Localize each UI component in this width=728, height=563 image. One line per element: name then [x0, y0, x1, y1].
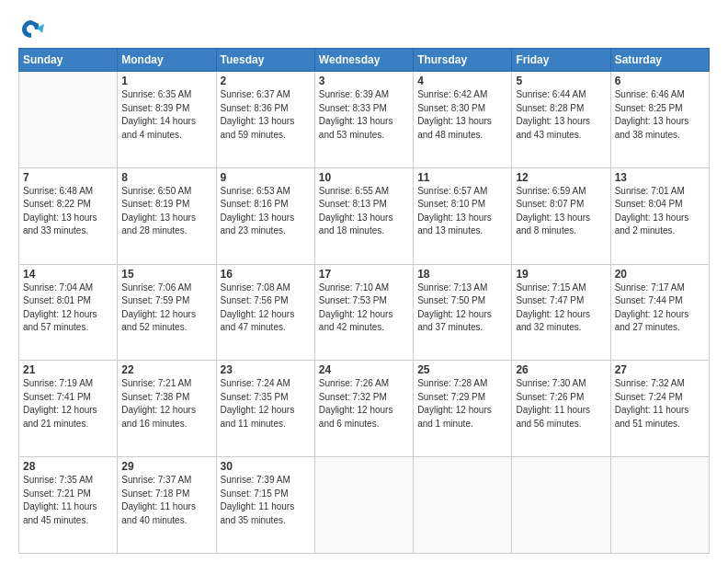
day-info: Sunrise: 7:06 AMSunset: 7:59 PMDaylight:… — [121, 282, 211, 335]
day-info: Sunrise: 6:35 AMSunset: 8:39 PMDaylight:… — [121, 88, 211, 142]
logo — [18, 17, 48, 42]
calendar-cell: 14Sunrise: 7:04 AMSunset: 8:01 PMDayligh… — [19, 264, 118, 361]
day-info: Sunrise: 6:55 AMSunset: 8:13 PMDaylight:… — [319, 185, 409, 238]
calendar-cell: 6Sunrise: 6:46 AMSunset: 8:25 PMDaylight… — [610, 72, 709, 168]
week-row-2: 7Sunrise: 6:48 AMSunset: 8:22 PMDaylight… — [19, 167, 710, 264]
calendar-cell: 20Sunrise: 7:17 AMSunset: 7:44 PMDayligh… — [610, 264, 709, 361]
day-number: 28 — [23, 460, 113, 473]
calendar-cell: 1Sunrise: 6:35 AMSunset: 8:39 PMDaylight… — [118, 72, 216, 168]
calendar-cell: 18Sunrise: 7:13 AMSunset: 7:50 PMDayligh… — [414, 264, 512, 361]
day-info: Sunrise: 6:37 AMSunset: 8:36 PMDaylight:… — [221, 88, 311, 142]
calendar-cell: 3Sunrise: 6:39 AMSunset: 8:33 PMDaylight… — [314, 72, 413, 168]
calendar-cell: 29Sunrise: 7:37 AMSunset: 7:18 PMDayligh… — [118, 457, 216, 554]
calendar-cell: 9Sunrise: 6:53 AMSunset: 8:16 PMDaylight… — [216, 167, 314, 264]
calendar-cell: 15Sunrise: 7:06 AMSunset: 7:59 PMDayligh… — [118, 264, 216, 361]
day-info: Sunrise: 7:10 AMSunset: 7:53 PMDaylight:… — [319, 282, 409, 335]
day-number: 22 — [121, 363, 211, 376]
calendar-cell: 25Sunrise: 7:28 AMSunset: 7:29 PMDayligh… — [414, 361, 512, 457]
calendar-cell: 10Sunrise: 6:55 AMSunset: 8:13 PMDayligh… — [314, 167, 413, 264]
day-number: 12 — [516, 171, 606, 184]
day-info: Sunrise: 6:53 AMSunset: 8:16 PMDaylight:… — [221, 185, 311, 238]
week-row-5: 28Sunrise: 7:35 AMSunset: 7:21 PMDayligh… — [19, 457, 710, 554]
weekday-header-row: SundayMondayTuesdayWednesdayThursdayFrid… — [19, 49, 710, 72]
calendar-cell: 19Sunrise: 7:15 AMSunset: 7:47 PMDayligh… — [512, 264, 610, 361]
weekday-header-thursday: Thursday — [414, 49, 512, 72]
calendar-cell: 16Sunrise: 7:08 AMSunset: 7:56 PMDayligh… — [216, 264, 314, 361]
day-info: Sunrise: 7:17 AMSunset: 7:44 PMDaylight:… — [615, 282, 705, 335]
calendar-cell: 30Sunrise: 7:39 AMSunset: 7:15 PMDayligh… — [216, 457, 314, 554]
day-number: 7 — [23, 171, 113, 184]
day-number: 15 — [121, 268, 211, 281]
day-info: Sunrise: 7:04 AMSunset: 8:01 PMDaylight:… — [23, 282, 113, 335]
week-row-4: 21Sunrise: 7:19 AMSunset: 7:41 PMDayligh… — [19, 361, 710, 457]
day-number: 14 — [23, 268, 113, 281]
day-info: Sunrise: 7:15 AMSunset: 7:47 PMDaylight:… — [516, 282, 606, 335]
day-info: Sunrise: 6:46 AMSunset: 8:25 PMDaylight:… — [615, 88, 705, 142]
calendar-cell: 26Sunrise: 7:30 AMSunset: 7:26 PMDayligh… — [512, 361, 610, 457]
calendar-cell: 21Sunrise: 7:19 AMSunset: 7:41 PMDayligh… — [19, 361, 118, 457]
day-number: 3 — [319, 75, 409, 87]
header — [18, 17, 710, 42]
day-number: 19 — [516, 268, 606, 281]
calendar-cell — [610, 457, 709, 554]
day-info: Sunrise: 7:24 AMSunset: 7:35 PMDaylight:… — [221, 377, 311, 431]
calendar-cell: 23Sunrise: 7:24 AMSunset: 7:35 PMDayligh… — [216, 361, 314, 457]
day-number: 24 — [319, 363, 409, 376]
day-info: Sunrise: 7:26 AMSunset: 7:32 PMDaylight:… — [319, 377, 409, 431]
day-info: Sunrise: 6:50 AMSunset: 8:19 PMDaylight:… — [121, 185, 211, 238]
day-info: Sunrise: 6:39 AMSunset: 8:33 PMDaylight:… — [319, 88, 409, 142]
weekday-header-wednesday: Wednesday — [314, 49, 413, 72]
week-row-1: 1Sunrise: 6:35 AMSunset: 8:39 PMDaylight… — [19, 72, 710, 168]
calendar-cell — [512, 457, 610, 554]
week-row-3: 14Sunrise: 7:04 AMSunset: 8:01 PMDayligh… — [19, 264, 710, 361]
day-number: 1 — [121, 75, 211, 87]
day-info: Sunrise: 6:44 AMSunset: 8:28 PMDaylight:… — [516, 88, 606, 142]
day-number: 11 — [417, 171, 507, 184]
day-info: Sunrise: 7:30 AMSunset: 7:26 PMDaylight:… — [516, 377, 606, 431]
day-number: 16 — [221, 268, 311, 281]
day-number: 9 — [221, 171, 311, 184]
day-number: 5 — [516, 75, 606, 87]
day-info: Sunrise: 7:21 AMSunset: 7:38 PMDaylight:… — [121, 377, 211, 431]
day-number: 13 — [615, 171, 705, 184]
day-info: Sunrise: 6:48 AMSunset: 8:22 PMDaylight:… — [23, 185, 113, 238]
day-number: 10 — [319, 171, 409, 184]
calendar-cell — [414, 457, 512, 554]
day-info: Sunrise: 6:42 AMSunset: 8:30 PMDaylight:… — [417, 88, 507, 142]
calendar-cell: 17Sunrise: 7:10 AMSunset: 7:53 PMDayligh… — [314, 264, 413, 361]
logo-icon — [18, 17, 44, 42]
day-number: 25 — [417, 363, 507, 376]
day-number: 18 — [417, 268, 507, 281]
calendar-cell: 13Sunrise: 7:01 AMSunset: 8:04 PMDayligh… — [610, 167, 709, 264]
day-info: Sunrise: 6:57 AMSunset: 8:10 PMDaylight:… — [417, 185, 507, 238]
day-number: 23 — [221, 363, 311, 376]
calendar-cell — [19, 72, 118, 168]
weekday-header-monday: Monday — [118, 49, 216, 72]
day-info: Sunrise: 7:01 AMSunset: 8:04 PMDaylight:… — [615, 185, 705, 238]
calendar-cell: 12Sunrise: 6:59 AMSunset: 8:07 PMDayligh… — [512, 167, 610, 264]
day-number: 20 — [615, 268, 705, 281]
day-number: 27 — [615, 363, 705, 376]
weekday-header-friday: Friday — [512, 49, 610, 72]
day-info: Sunrise: 7:19 AMSunset: 7:41 PMDaylight:… — [23, 377, 113, 431]
calendar-cell: 11Sunrise: 6:57 AMSunset: 8:10 PMDayligh… — [414, 167, 512, 264]
day-info: Sunrise: 7:08 AMSunset: 7:56 PMDaylight:… — [221, 282, 311, 335]
calendar-cell: 28Sunrise: 7:35 AMSunset: 7:21 PMDayligh… — [19, 457, 118, 554]
day-number: 26 — [516, 363, 606, 376]
calendar-cell: 24Sunrise: 7:26 AMSunset: 7:32 PMDayligh… — [314, 361, 413, 457]
calendar-cell: 22Sunrise: 7:21 AMSunset: 7:38 PMDayligh… — [118, 361, 216, 457]
calendar-cell: 5Sunrise: 6:44 AMSunset: 8:28 PMDaylight… — [512, 72, 610, 168]
day-info: Sunrise: 6:59 AMSunset: 8:07 PMDaylight:… — [516, 185, 606, 238]
day-number: 4 — [417, 75, 507, 87]
day-info: Sunrise: 7:39 AMSunset: 7:15 PMDaylight:… — [221, 474, 311, 527]
calendar-cell: 4Sunrise: 6:42 AMSunset: 8:30 PMDaylight… — [414, 72, 512, 168]
day-number: 6 — [615, 75, 705, 87]
day-info: Sunrise: 7:37 AMSunset: 7:18 PMDaylight:… — [121, 474, 211, 527]
calendar-cell: 7Sunrise: 6:48 AMSunset: 8:22 PMDaylight… — [19, 167, 118, 264]
day-number: 2 — [221, 75, 311, 87]
calendar-cell: 27Sunrise: 7:32 AMSunset: 7:24 PMDayligh… — [610, 361, 709, 457]
day-info: Sunrise: 7:35 AMSunset: 7:21 PMDaylight:… — [23, 474, 113, 527]
calendar-table: SundayMondayTuesdayWednesdayThursdayFrid… — [18, 48, 710, 554]
day-number: 8 — [121, 171, 211, 184]
page: SundayMondayTuesdayWednesdayThursdayFrid… — [0, 0, 728, 563]
